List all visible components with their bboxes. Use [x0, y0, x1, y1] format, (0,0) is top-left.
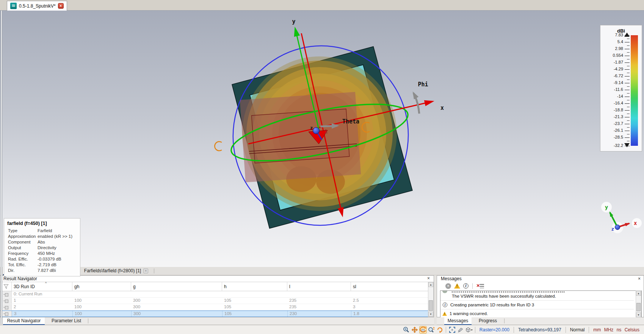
- legend-minor-tick: [627, 107, 630, 107]
- legend-tick: [625, 117, 630, 117]
- project-icon: ≋: [10, 3, 17, 9]
- cell-l: 235: [287, 304, 351, 310]
- pin-icon[interactable]: [3, 300, 8, 302]
- info-icon: i: [443, 303, 448, 307]
- legend-tick-label: -14: [601, 94, 623, 98]
- table-row[interactable]: 0: Current Run: [0, 291, 428, 298]
- table-row[interactable]: 21003001052353: [0, 304, 428, 311]
- column-header-sl[interactable]: sl: [351, 282, 428, 291]
- rn-table-body: 0: Current Run11003001052352.52100300105…: [0, 291, 428, 317]
- column-header-g[interactable]: g: [131, 282, 222, 291]
- messages-toolbar: × i: [437, 282, 644, 290]
- legend-tick-label: 0.554: [601, 53, 623, 58]
- spin-view-icon[interactable]: [436, 326, 443, 334]
- legend-minor-tick: [627, 45, 630, 46]
- legend-tick: [625, 103, 630, 104]
- x-axis-label: x: [440, 105, 444, 111]
- table-row[interactable]: 31003001052301.8: [0, 311, 428, 317]
- rotate-view-icon[interactable]: [419, 326, 427, 334]
- info-label: Approximation: [8, 234, 36, 239]
- legend-tick: [625, 76, 630, 76]
- origin-sphere: [313, 128, 320, 134]
- legend-minor-tick: [627, 127, 630, 128]
- document-tab-bar: ≋ 0.5-1.8_SputnikV* ×: [0, 0, 644, 11]
- clear-messages-icon[interactable]: [476, 283, 484, 289]
- legend-max-arrow-icon: [624, 33, 630, 37]
- view-options-cube-icon[interactable]: [465, 326, 473, 334]
- legend-tick: [625, 97, 630, 97]
- legend-tick-label: -9.14: [601, 80, 623, 85]
- phi-label: Phi: [418, 81, 428, 88]
- tab-close-icon[interactable]: ×: [143, 268, 148, 273]
- tab-result-navigator[interactable]: Result Navigator: [3, 317, 45, 325]
- legend-tick: [625, 56, 630, 56]
- info-label: Output: [8, 245, 21, 250]
- raster-status[interactable]: Raster=20.000: [479, 327, 509, 332]
- mode-status[interactable]: Normal: [570, 327, 585, 332]
- farfield-title: farfield (f=450) [1]: [7, 221, 47, 226]
- cell-sl: 2.5: [351, 298, 428, 304]
- messages-list[interactable]: The VSWR results have been successfully …: [440, 290, 642, 318]
- document-tab[interactable]: ≋ 0.5-1.8_SputnikV* ×: [7, 1, 67, 11]
- cell-sl: 3: [351, 304, 428, 310]
- filter-info-icon[interactable]: i: [463, 283, 469, 289]
- message-item[interactable]: 1 warning occurred.: [440, 310, 634, 317]
- close-icon[interactable]: ×: [638, 276, 641, 281]
- column-header-h[interactable]: h: [222, 282, 287, 291]
- legend-tick-label: -23.7: [601, 121, 623, 126]
- column-header-runid[interactable]: ^3D Run ID: [12, 282, 72, 291]
- pin-icon[interactable]: [3, 293, 8, 296]
- info-label: Frequency: [8, 251, 28, 256]
- zoom-in-icon[interactable]: [403, 326, 410, 334]
- messages-footer-tabs: Messages Progress: [437, 317, 644, 325]
- info-value: enabled (kR >> 1): [38, 234, 72, 239]
- cell-h: 105: [222, 311, 287, 317]
- info-value: Directivity: [38, 245, 56, 250]
- mesh-view-icon[interactable]: [457, 326, 464, 334]
- tab-close-icon[interactable]: ×: [58, 3, 64, 9]
- cell-gh: 100: [72, 304, 131, 310]
- zoom-to-fit-icon[interactable]: [448, 326, 456, 334]
- legend-minor-tick: [627, 52, 630, 53]
- legend-minor-tick: [627, 86, 630, 87]
- legend-minor-tick: [627, 120, 630, 121]
- result-navigator-title: Result Navigator: [3, 276, 37, 281]
- info-value: Farfield: [38, 228, 52, 233]
- cell-l: [287, 291, 351, 297]
- legend-tick-label: -11.6: [601, 87, 623, 92]
- legend-minor-tick: [627, 39, 630, 39]
- table-header[interactable]: ^3D Run ID gh g h l sl: [0, 282, 428, 291]
- tab-progress[interactable]: Progress: [475, 317, 501, 325]
- tab-messages[interactable]: Messages: [444, 317, 472, 325]
- 3d-scene-canvas[interactable]: y x Phi Theta z 1 y x z: [0, 11, 644, 267]
- filter-errors-icon[interactable]: ×: [445, 283, 451, 289]
- close-icon[interactable]: ×: [427, 276, 430, 281]
- tab-parameter-list[interactable]: Parameter List: [48, 317, 85, 325]
- legend-tick-label: -16.4: [601, 101, 623, 105]
- filter-warnings-icon[interactable]: [454, 283, 460, 289]
- message-item[interactable]: i Creating parametric 1D results for Run…: [440, 301, 634, 308]
- info-label: Tot. Effic.: [8, 262, 26, 267]
- column-header-l[interactable]: l: [287, 282, 351, 291]
- dynamic-zoom-icon[interactable]: [428, 326, 435, 334]
- units-status[interactable]: mm MHz ns Celsius: [593, 327, 639, 332]
- z-center-label: z: [310, 125, 313, 131]
- pin-icon[interactable]: [3, 306, 8, 309]
- info-label: Component: [8, 240, 30, 244]
- table-row[interactable]: 11003001052352.5: [0, 298, 428, 304]
- table-scrollbar[interactable]: ▲ ▼: [428, 282, 434, 317]
- legend-tick: [625, 131, 630, 131]
- pin-icon[interactable]: [3, 312, 8, 315]
- legend-tick: [625, 49, 630, 49]
- window-edge: [1, 11, 2, 324]
- clipped-message-text: [452, 291, 566, 293]
- legend-tick: [625, 90, 630, 90]
- tab-farfields[interactable]: Farfields\farfield (f=2800) [1]×: [81, 267, 151, 275]
- 3d-viewport[interactable]: y x Phi Theta z 1 y x z dBi 7.835.42.980…: [0, 11, 644, 267]
- messages-scrollbar[interactable]: ▲ ▼: [636, 290, 641, 318]
- pan-view-icon[interactable]: [411, 326, 418, 334]
- message-item[interactable]: The VSWR results have been successfully …: [440, 293, 634, 299]
- column-header-gh[interactable]: gh: [72, 282, 131, 291]
- result-navigator-panel: Result Navigator × ^3D Run ID gh g h l s…: [0, 275, 434, 317]
- info-value: 7.827 dBi: [38, 268, 56, 273]
